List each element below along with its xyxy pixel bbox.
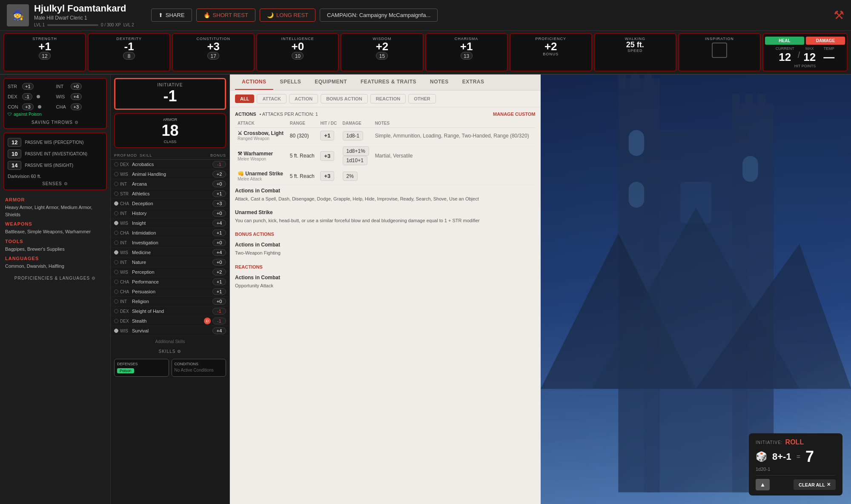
ability-charisma: CHARISMA +1 13: [425, 33, 508, 72]
hit-badge: +3: [320, 151, 334, 161]
filter-bonus-action[interactable]: BONUS ACTION: [321, 94, 368, 103]
poison-tag: Poison: [117, 368, 134, 373]
defenses-block: DEFENSES Poison: [114, 359, 169, 377]
prof-dot: [114, 172, 118, 176]
skill-row[interactable]: WISPerception+2: [111, 267, 229, 277]
proficiencies-title: PROFICIENCIES & LANGUAGES ⚙: [0, 276, 110, 281]
inspiration-checkbox[interactable]: [712, 43, 727, 58]
long-rest-icon: 🌙: [267, 12, 274, 18]
share-button[interactable]: ⬆ SHARE: [151, 9, 192, 22]
ability-dexterity: DEXTERITY -1 8: [88, 33, 170, 72]
skill-row[interactable]: INTArcana+0: [111, 179, 229, 189]
svg-rect-6: [644, 74, 652, 89]
skill-row[interactable]: INTNature+0: [111, 258, 229, 267]
skills-title: SKILLS ⚙: [111, 347, 229, 355]
skill-row[interactable]: INTHistory+0: [111, 209, 229, 218]
skill-row[interactable]: WISSurvival+4: [111, 326, 229, 336]
skills-list: DEXAcrobatics-1WISAnimal Handling+2INTAr…: [111, 160, 229, 336]
actions-area: ACTIONS • Attacks per Action: 1 MANAGE C…: [230, 107, 541, 299]
attack-notes: Simple, Ammunition, Loading, Range, Two-…: [372, 128, 536, 144]
next-level: LVL 2: [123, 23, 134, 27]
skill-row[interactable]: CHAIntimidation+1: [111, 228, 229, 238]
svg-rect-4: [618, 74, 626, 89]
actions-combat-text: Attack, Cast a Spell, Dash, Disengage, D…: [235, 195, 536, 203]
col-notes: NOTES: [372, 119, 536, 128]
attack-name: ⚔ Crossbow, Light: [238, 130, 285, 136]
dice-result-header: INITIATIVE: ROLL: [756, 438, 836, 446]
col-damage: DAMAGE: [340, 119, 372, 128]
tab-equipment[interactable]: EQUIPMENT: [308, 74, 354, 90]
damage-badge-alt: 1d10+1: [343, 156, 367, 165]
dex-prof-dot: [37, 95, 40, 98]
tab-features-traits[interactable]: FEATURES & TRAITS: [354, 74, 423, 90]
passive-investigation-row: 10 PASSIVE INT (INVESTIGATION): [8, 148, 103, 160]
skill-row[interactable]: CHAPerformance+1: [111, 277, 229, 287]
skill-row[interactable]: INTInvestigation+0: [111, 238, 229, 248]
skill-row[interactable]: CHADeception+3: [111, 199, 229, 209]
skill-row[interactable]: WISAnimal Handling+2: [111, 169, 229, 179]
senses-section: 12 PASSIVE WIS (PERCEPTION) 10 PASSIVE I…: [3, 132, 107, 190]
heal-button[interactable]: HEAL: [765, 37, 804, 45]
attack-row[interactable]: ⚔ Crossbow, Light Ranged Weapon 80 (320)…: [235, 128, 536, 144]
prof-dot: [114, 192, 118, 196]
short-rest-button[interactable]: 🔥 SHORT REST: [196, 9, 255, 22]
filter-all[interactable]: ALL: [235, 94, 254, 103]
character-name: Hjulkyl Foamtankard: [34, 3, 134, 14]
con-prof-dot: [38, 105, 41, 109]
filter-action[interactable]: ACTION: [289, 94, 318, 103]
prof-dot: [114, 280, 118, 284]
svg-rect-12: [742, 156, 758, 182]
manage-custom-button[interactable]: MANAGE CUSTOM: [493, 112, 535, 117]
attack-row[interactable]: ⚒ Warhammer Melee Weapon 5 ft. Reach +3 …: [235, 144, 536, 168]
campaign-button[interactable]: CAMPAIGN: Campaigny McCampaignfa...: [320, 9, 438, 22]
prof-dot: [114, 241, 118, 245]
skill-row[interactable]: DEXStealthD-1: [111, 316, 229, 326]
tab-extras[interactable]: EXTRAS: [456, 74, 491, 90]
skills-gear-icon[interactable]: ⚙: [177, 349, 181, 354]
inspiration-block[interactable]: INSPIRATION: [678, 33, 761, 72]
attack-row[interactable]: 👊 Unarmed Strike Melee Attack 5 ft. Reac…: [235, 168, 536, 184]
tab-actions[interactable]: ACTIONS: [235, 74, 273, 90]
proficiencies-gear-icon[interactable]: ⚙: [92, 276, 96, 281]
skill-row[interactable]: WISMedicine+4: [111, 248, 229, 258]
share-icon: ⬆: [158, 12, 163, 18]
skill-row[interactable]: DEXAcrobatics-1: [111, 160, 229, 169]
damage-button[interactable]: DAMAGE: [806, 37, 845, 45]
short-rest-icon: 🔥: [203, 12, 210, 18]
initiative-block: INITIATIVE -1: [114, 78, 226, 110]
top-actions: ⬆ SHARE 🔥 SHORT REST 🌙 LONG REST CAMPAIG…: [151, 9, 438, 22]
save-row-str: STR +1: [8, 82, 54, 91]
damage-badge: 2%: [343, 172, 358, 181]
filter-attack[interactable]: ATTACK: [257, 94, 287, 103]
skill-row[interactable]: CHAPersuasion+1: [111, 287, 229, 297]
tab-notes[interactable]: NOTES: [423, 74, 456, 90]
svg-rect-5: [631, 74, 639, 89]
svg-rect-7: [732, 94, 739, 115]
save-row-wis: WIS +4: [56, 92, 103, 101]
clear-all-button[interactable]: CLEAR ALL ✕: [794, 479, 836, 490]
skill-row[interactable]: WISInsight+4: [111, 218, 229, 228]
prof-dot: [114, 289, 118, 294]
filter-other[interactable]: OTHER: [408, 94, 436, 103]
saving-throws-gear-icon[interactable]: ⚙: [74, 120, 79, 125]
long-rest-button[interactable]: 🌙 LONG REST: [260, 9, 315, 22]
skill-row[interactable]: DEXSleight of Hand-1: [111, 306, 229, 316]
app-logo: ⚒: [834, 8, 844, 22]
tab-spells[interactable]: SPELLS: [273, 74, 308, 90]
passive-perception-row: 12 PASSIVE WIS (PERCEPTION): [8, 137, 103, 148]
passive-insight-row: 14 PASSIVE WIS (INSIGHT): [8, 160, 103, 171]
filter-reaction[interactable]: REACTION: [370, 94, 406, 103]
attack-range: 5 ft. Reach: [287, 168, 318, 184]
reactions-label: REACTIONS: [235, 260, 536, 271]
dice-result-value-row: 🎲 8+-1 = 7: [756, 448, 836, 466]
actions-in-combat: Actions in Combat Attack, Cast a Spell, …: [235, 184, 536, 206]
scroll-up-button[interactable]: ▲: [756, 479, 770, 490]
skill-row[interactable]: STRAthletics+1: [111, 189, 229, 199]
main-layout: STR +1 INT +0 DEX -1 WIS +4 CON: [0, 74, 851, 504]
dice-result-footer: ▲ CLEAR ALL ✕: [756, 475, 836, 490]
attack-notes: Martial, Versatile: [372, 144, 536, 168]
ability-constitution: CONSTITUTION +3 17: [172, 33, 255, 72]
skills-header: PROF MOD SKILL BONUS: [111, 152, 229, 160]
skill-row[interactable]: INTReligion+0: [111, 297, 229, 306]
senses-gear-icon[interactable]: ⚙: [64, 181, 68, 186]
